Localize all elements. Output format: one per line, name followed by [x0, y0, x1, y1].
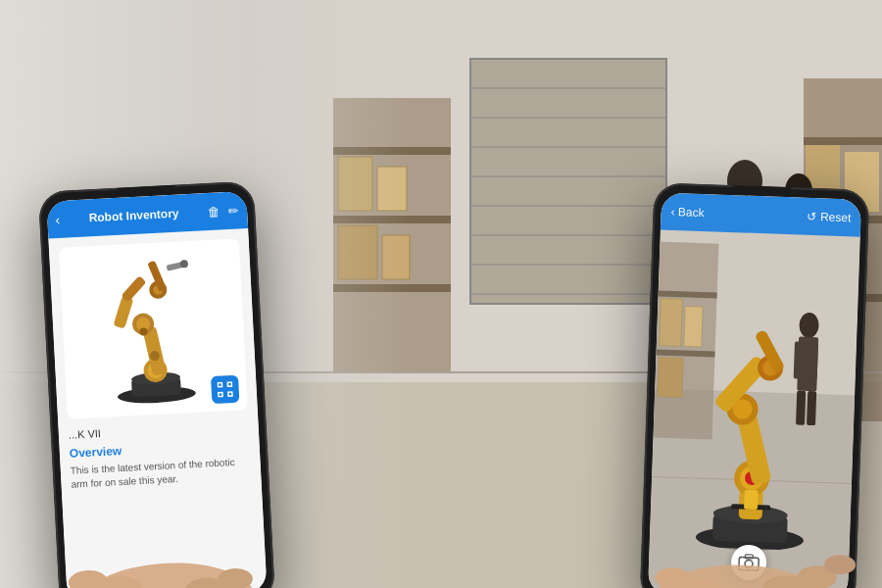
- right-phone-wrapper: ‹ Back ↺ Reset: [640, 182, 870, 588]
- ar-reset-button[interactable]: ↺ Reset: [807, 210, 852, 225]
- left-phone-wrapper: ‹ Robot Inventory 🗑 ✏: [38, 181, 275, 588]
- svg-rect-58: [227, 382, 231, 386]
- ar-app-header: ‹ Back ↺ Reset: [661, 193, 861, 237]
- svg-point-63: [655, 567, 691, 588]
- delete-icon[interactable]: 🗑: [208, 204, 221, 220]
- robot-arm-model: [85, 250, 220, 409]
- svg-rect-59: [219, 392, 222, 396]
- ar-back-button[interactable]: ‹ Back: [670, 205, 704, 220]
- reset-icon: ↺: [807, 210, 816, 223]
- ar-view-button[interactable]: [211, 375, 239, 404]
- svg-point-37: [68, 569, 108, 588]
- svg-rect-20: [804, 137, 882, 145]
- reset-label: Reset: [820, 210, 852, 224]
- svg-rect-60: [228, 392, 232, 396]
- left-hand: [30, 400, 296, 588]
- ar-icon: [217, 381, 233, 398]
- right-hand: [614, 402, 877, 588]
- svg-rect-48: [113, 296, 133, 329]
- svg-rect-49: [121, 275, 146, 302]
- phone-notch-right: [732, 185, 791, 195]
- robot-3d-view: [59, 238, 248, 418]
- svg-rect-57: [218, 383, 221, 387]
- edit-icon[interactable]: ✏: [228, 203, 240, 219]
- svg-rect-2: [470, 59, 666, 304]
- header-title: Robot Inventory: [60, 205, 209, 226]
- header-action-icons: 🗑 ✏: [208, 203, 240, 220]
